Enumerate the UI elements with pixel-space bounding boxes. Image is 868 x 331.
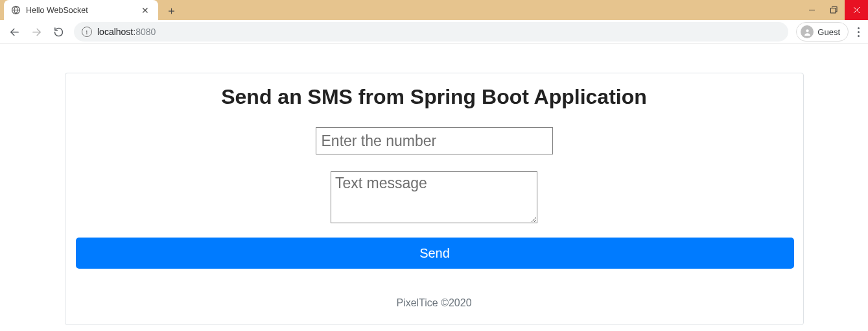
menu-button[interactable] xyxy=(852,22,864,42)
phone-number-input[interactable] xyxy=(316,127,553,154)
globe-icon xyxy=(10,5,21,16)
page-title: Send an SMS from Spring Boot Application xyxy=(76,85,793,109)
new-tab-button[interactable]: ＋ xyxy=(162,1,180,19)
url-host: localhost: xyxy=(97,27,135,37)
profile-chip[interactable]: Guest xyxy=(796,22,849,42)
tab-title: Hello WebSocket xyxy=(26,6,134,15)
reload-button[interactable] xyxy=(48,22,69,42)
window-controls xyxy=(801,0,868,20)
titlebar: Hello WebSocket ✕ ＋ xyxy=(0,0,868,20)
close-window-button[interactable] xyxy=(845,0,868,20)
browser-tab[interactable]: Hello WebSocket ✕ xyxy=(4,0,158,20)
profile-label: Guest xyxy=(817,27,840,37)
url-port: 8080 xyxy=(135,27,156,37)
address-bar[interactable]: i localhost:8080 xyxy=(74,22,788,42)
close-tab-icon[interactable]: ✕ xyxy=(139,5,152,16)
url-text: localhost:8080 xyxy=(97,27,780,37)
page-viewport: Send an SMS from Spring Boot Application… xyxy=(0,44,868,325)
site-info-icon[interactable]: i xyxy=(82,27,92,37)
forward-button[interactable] xyxy=(26,22,47,42)
browser-toolbar: i localhost:8080 Guest xyxy=(0,20,868,44)
maximize-button[interactable] xyxy=(823,0,845,20)
footer-text: PixelTice ©2020 xyxy=(76,297,793,309)
sms-form-card: Send an SMS from Spring Boot Application… xyxy=(65,73,804,325)
svg-rect-3 xyxy=(830,8,836,14)
send-button[interactable]: Send xyxy=(76,238,794,269)
back-button[interactable] xyxy=(4,22,25,42)
minimize-button[interactable] xyxy=(801,0,823,20)
message-textarea[interactable] xyxy=(331,171,537,223)
svg-point-8 xyxy=(806,29,808,32)
avatar-icon xyxy=(801,25,814,38)
